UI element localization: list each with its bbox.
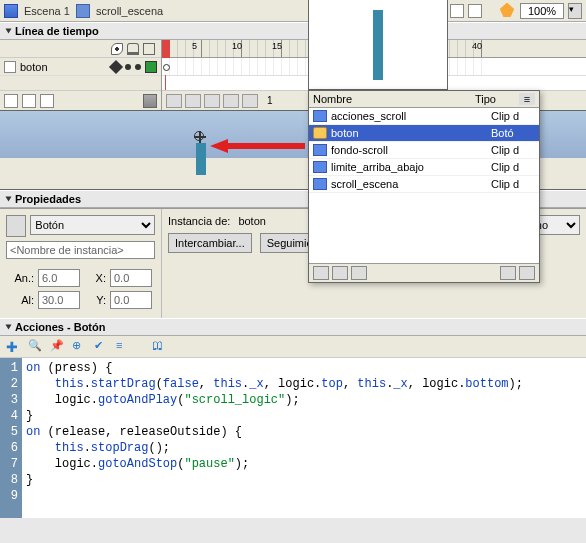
playhead-icon[interactable] bbox=[162, 40, 170, 58]
visibility-dot-icon[interactable] bbox=[125, 64, 131, 70]
pin-icon[interactable]: 📌 bbox=[50, 339, 66, 355]
library-preview bbox=[308, 0, 448, 90]
timeline-title-bar[interactable]: Línea de tiempo bbox=[0, 22, 586, 40]
add-layer-icon[interactable] bbox=[4, 94, 18, 108]
outline-icon[interactable] bbox=[143, 43, 155, 55]
library-item-name: acciones_scroll bbox=[331, 110, 491, 122]
target-icon[interactable]: ⊕ bbox=[72, 339, 88, 355]
delete-icon[interactable] bbox=[500, 266, 516, 280]
library-item-name: scroll_escena bbox=[331, 178, 491, 190]
info-icon[interactable] bbox=[351, 266, 367, 280]
symbol-label[interactable]: scroll_escena bbox=[96, 5, 163, 17]
sort-icon[interactable]: ≡ bbox=[519, 93, 535, 105]
add-guide-icon[interactable] bbox=[22, 94, 36, 108]
scene-label[interactable]: Escena 1 bbox=[24, 5, 70, 17]
actions-title-bar[interactable]: Acciones - Botón bbox=[0, 318, 586, 336]
y-input[interactable] bbox=[110, 291, 152, 309]
keyframe-icon[interactable] bbox=[162, 58, 170, 75]
registration-point-icon bbox=[194, 131, 206, 143]
x-label: X: bbox=[86, 272, 106, 284]
code-editor[interactable]: 123456789 on (press) { this.startDrag(fa… bbox=[0, 358, 586, 518]
height-label: Al: bbox=[6, 294, 34, 306]
preview-symbol bbox=[373, 10, 383, 80]
instance-type-select[interactable]: Botón bbox=[30, 215, 155, 235]
width-label: An.: bbox=[6, 272, 34, 284]
library-footer bbox=[309, 263, 539, 282]
code-lines[interactable]: on (press) { this.startDrag(false, this.… bbox=[22, 358, 527, 518]
frame-pos: 1 bbox=[267, 95, 273, 106]
library-item-type: Clip d bbox=[491, 144, 535, 156]
find-icon[interactable]: 🔍 bbox=[28, 339, 44, 355]
layer-name[interactable]: boton bbox=[20, 61, 48, 73]
height-input[interactable] bbox=[38, 291, 80, 309]
lock-dot-icon[interactable] bbox=[135, 64, 141, 70]
library-item-type: Botó bbox=[491, 127, 535, 139]
properties-mid: Instancia de: boton Intercambiar... Segu… bbox=[162, 209, 326, 318]
trash-icon[interactable] bbox=[143, 94, 157, 108]
edit-multi-icon[interactable] bbox=[223, 94, 239, 108]
y-label: Y: bbox=[86, 294, 106, 306]
collapse-icon bbox=[6, 197, 12, 202]
library-item[interactable]: acciones_scrollClip d bbox=[309, 108, 539, 125]
button-symbol-icon bbox=[313, 127, 327, 139]
movieclip-icon bbox=[313, 144, 327, 156]
x-input[interactable] bbox=[110, 269, 152, 287]
width-input[interactable] bbox=[38, 269, 80, 287]
collapse-icon bbox=[6, 29, 12, 34]
add-folder-icon[interactable] bbox=[40, 94, 54, 108]
layer-tools bbox=[0, 90, 161, 110]
layer-color-icon[interactable] bbox=[145, 61, 157, 73]
check-icon[interactable]: ✔ bbox=[94, 339, 110, 355]
resize-grip-icon[interactable] bbox=[519, 266, 535, 280]
library-item-type: Clip d bbox=[491, 178, 535, 190]
new-symbol-icon[interactable] bbox=[313, 266, 329, 280]
lock-icon[interactable] bbox=[127, 43, 139, 55]
add-action-icon[interactable]: ✚ bbox=[6, 339, 22, 355]
library-item-type: Clip d bbox=[491, 110, 535, 122]
zoom-dropdown-icon[interactable]: ▾ bbox=[568, 3, 582, 19]
library-item-type: Clip d bbox=[491, 161, 535, 173]
onion-skin-icon[interactable] bbox=[185, 94, 201, 108]
eye-icon[interactable] bbox=[111, 43, 123, 55]
instance-of-value: boton bbox=[238, 215, 266, 227]
library-list[interactable]: acciones_scrollClip dbotonBotófondo-scro… bbox=[309, 108, 539, 193]
actions-toolbar: ✚ 🔍 📌 ⊕ ✔ ≡ 🕮 bbox=[0, 336, 586, 358]
layer-row[interactable]: boton bbox=[0, 58, 161, 76]
col-name-header[interactable]: Nombre bbox=[313, 93, 475, 105]
new-folder-icon[interactable] bbox=[332, 266, 348, 280]
annotation-arrow bbox=[210, 139, 305, 153]
library-item[interactable]: scroll_escenaClip d bbox=[309, 176, 539, 193]
dimensions: An.: X: Al: Y: bbox=[6, 269, 155, 309]
actions-title: Acciones - Botón bbox=[15, 321, 105, 333]
library-empty bbox=[309, 193, 539, 263]
library-item-name: fondo-scroll bbox=[331, 144, 491, 156]
layers-header bbox=[0, 40, 161, 58]
library-item[interactable]: botonBotó bbox=[309, 125, 539, 142]
library-item[interactable]: fondo-scrollClip d bbox=[309, 142, 539, 159]
format-icon[interactable]: ≡ bbox=[116, 339, 132, 355]
layer-type-icon bbox=[4, 61, 16, 73]
zoom-input[interactable] bbox=[520, 3, 564, 19]
library-item[interactable]: limite_arriba_abajoClip d bbox=[309, 159, 539, 176]
modify-markers-icon[interactable] bbox=[242, 94, 258, 108]
movieclip-icon bbox=[313, 178, 327, 190]
timeline-title: Línea de tiempo bbox=[15, 25, 99, 37]
palette-icon[interactable] bbox=[498, 3, 516, 19]
line-gutter: 123456789 bbox=[0, 358, 22, 518]
button-symbol[interactable] bbox=[196, 143, 206, 175]
movieclip-icon bbox=[313, 110, 327, 122]
swap-button[interactable]: Intercambiar... bbox=[168, 233, 252, 253]
nav-fwd-icon[interactable] bbox=[468, 4, 482, 18]
col-type-header[interactable]: Tipo bbox=[475, 93, 519, 105]
svg-marker-0 bbox=[210, 139, 305, 153]
instance-name-input[interactable] bbox=[6, 241, 155, 259]
properties-title: Propiedades bbox=[15, 193, 81, 205]
pencil-icon bbox=[109, 59, 123, 73]
layers-column: boton bbox=[0, 40, 162, 110]
library-item-name: limite_arriba_abajo bbox=[331, 161, 491, 173]
onion-outline-icon[interactable] bbox=[204, 94, 220, 108]
center-frame-icon[interactable] bbox=[166, 94, 182, 108]
reference-icon[interactable]: 🕮 bbox=[152, 339, 168, 355]
nav-back-icon[interactable] bbox=[450, 4, 464, 18]
movieclip-icon bbox=[313, 161, 327, 173]
